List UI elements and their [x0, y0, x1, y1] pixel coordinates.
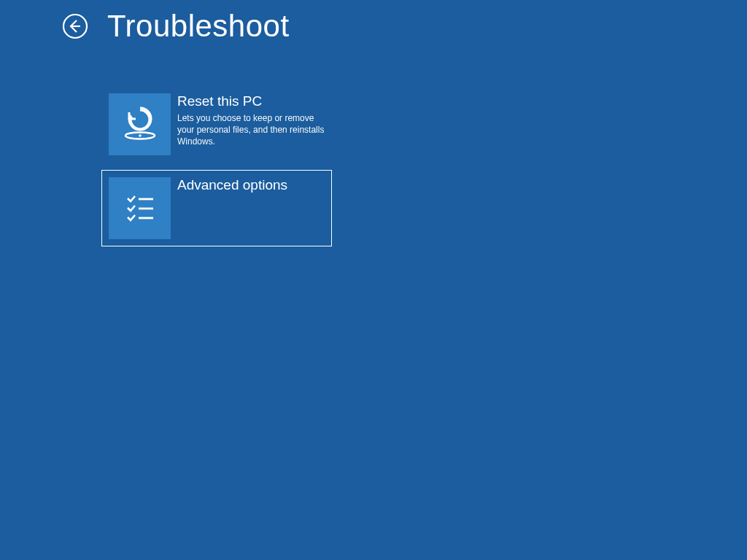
options-container: Reset this PC Lets you choose to keep or… [101, 86, 747, 246]
reset-icon-container [109, 93, 171, 155]
back-button[interactable] [62, 13, 88, 39]
option-description: Lets you choose to keep or remove your p… [177, 112, 325, 148]
option-reset-this-pc[interactable]: Reset this PC Lets you choose to keep or… [101, 86, 332, 163]
option-advanced-options[interactable]: Advanced options [101, 170, 332, 246]
tile-content: Reset this PC Lets you choose to keep or… [177, 93, 325, 155]
back-arrow-icon [62, 13, 88, 39]
svg-point-4 [139, 134, 142, 137]
page-title: Troubleshoot [107, 9, 290, 44]
reset-icon [120, 105, 160, 144]
advanced-icon-container [109, 177, 171, 239]
option-title: Advanced options [177, 177, 325, 194]
header: Troubleshoot [0, 0, 747, 44]
option-title: Reset this PC [177, 93, 325, 110]
tile-content: Advanced options [177, 177, 325, 239]
checklist-icon [120, 189, 160, 228]
